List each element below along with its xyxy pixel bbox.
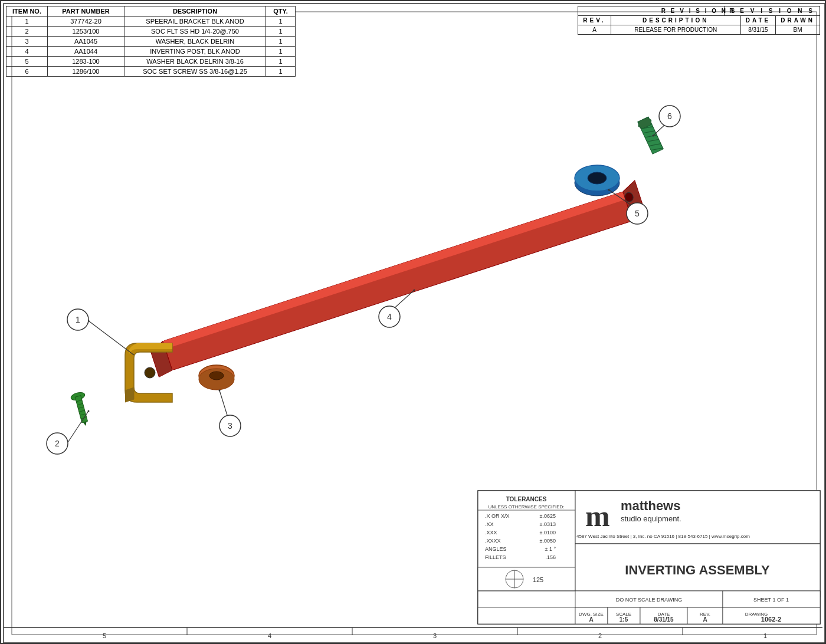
svg-text:matthews: matthews: [621, 498, 680, 513]
svg-point-17: [199, 365, 234, 386]
svg-rect-103: [575, 607, 608, 624]
svg-text:1:5: 1:5: [620, 616, 628, 623]
svg-rect-1: [12, 12, 817, 635]
part3-washer: [199, 365, 234, 390]
svg-rect-25: [638, 117, 663, 154]
svg-point-20: [209, 372, 224, 380]
bom-cell-item: 1: [6, 17, 48, 27]
svg-text:A: A: [589, 616, 593, 623]
svg-text:1: 1: [763, 632, 767, 639]
svg-line-14: [80, 414, 86, 416]
bom-cell-desc: INVERTING POST, BLK ANOD: [124, 47, 266, 57]
bom-cell-qty: 1: [266, 17, 296, 27]
bom-cell-part: 1253/100: [48, 27, 124, 37]
svg-text:.XX: .XX: [485, 521, 494, 527]
svg-text:ANGLES: ANGLES: [485, 546, 507, 552]
bom-cell-item: 4: [6, 47, 48, 57]
svg-rect-19: [199, 376, 234, 379]
rev-title: R E V I S I O N S: [578, 6, 820, 16]
svg-marker-4: [149, 341, 173, 377]
svg-text:A: A: [703, 616, 707, 623]
bom-col-item: ITEM NO.: [6, 6, 48, 17]
svg-text:8/31/15: 8/31/15: [654, 616, 674, 623]
svg-text:.XXX: .XXX: [485, 530, 497, 535]
svg-marker-16: [83, 422, 88, 426]
svg-line-13: [79, 410, 85, 412]
bom-cell-qty: 1: [266, 67, 296, 77]
svg-rect-69: [478, 491, 575, 624]
svg-line-30: [647, 137, 658, 144]
bom-cell-part: AA1044: [48, 47, 124, 57]
svg-rect-22: [575, 178, 620, 183]
svg-text:m: m: [585, 500, 610, 533]
svg-text:REV.: REV.: [700, 612, 710, 617]
svg-line-34: [88, 321, 134, 355]
svg-marker-5: [621, 180, 647, 221]
svg-point-6: [624, 191, 634, 203]
bom-col-qty: QTY.: [266, 6, 296, 17]
bom-cell-desc: WASHER, BLACK DELRIN: [124, 37, 266, 47]
bom-cell-desc: WASHER BLACK DELRIN 3/8-16: [124, 57, 266, 67]
svg-text:5: 5: [103, 632, 106, 639]
svg-point-52: [379, 306, 400, 327]
svg-point-56: [659, 106, 680, 127]
svg-text:2: 2: [55, 439, 60, 448]
bom-cell-desc: SOC FLT SS HD 1/4-20@.750: [124, 27, 266, 37]
rev-row: ARELEASE FOR PRODUCTION8/31/15BM: [578, 25, 820, 35]
svg-text:.156: .156: [545, 554, 556, 560]
svg-point-21: [575, 170, 620, 196]
svg-point-35: [88, 320, 90, 322]
rev-table-html: R E V I S I O N S REV. DESCRIPTION DATE …: [578, 6, 820, 35]
bom-col-part: PART NUMBER: [48, 6, 124, 17]
bom-cell-desc: SOC SET SCREW SS 3/8-16@1.25: [124, 67, 266, 77]
svg-point-86: [506, 570, 523, 588]
rev-cell-date: 8/31/15: [740, 25, 775, 35]
bom-cell-part: 1283-100: [48, 57, 124, 67]
svg-point-48: [47, 433, 68, 454]
svg-rect-0: [4, 4, 825, 643]
bom-row: 1377742-20SPEERAIL BRACKET BLK ANOD1: [6, 17, 296, 27]
svg-point-43: [608, 189, 610, 191]
svg-rect-100: [723, 591, 820, 607]
rev-cell-drawn: BM: [776, 25, 820, 35]
svg-rect-2: [163, 192, 632, 370]
svg-text:4: 4: [387, 312, 392, 321]
bom-cell-item: 5: [6, 57, 48, 67]
rev-col-desc: DESCRIPTION: [611, 16, 740, 25]
bom-cell-qty: 1: [266, 47, 296, 57]
svg-line-36: [68, 411, 88, 442]
bom-cell-item: 6: [6, 67, 48, 77]
svg-point-7: [145, 367, 155, 378]
svg-rect-90: [575, 491, 820, 544]
svg-text:studio equipment.: studio equipment.: [621, 514, 681, 523]
rev-cell-rev: A: [578, 25, 611, 35]
bom-col-desc: DESCRIPTION: [124, 6, 266, 17]
svg-text:SHEET 1  OF  1: SHEET 1 OF 1: [753, 597, 789, 603]
svg-point-23: [575, 165, 620, 191]
bom-table-html: ITEM NO. PART NUMBER DESCRIPTION QTY. 13…: [6, 6, 296, 77]
svg-text:±.0050: ±.0050: [540, 538, 556, 544]
svg-line-44: [653, 120, 670, 136]
svg-text:SCALE: SCALE: [616, 612, 631, 617]
bom-row: 61286/100SOC SET SCREW SS 3/8-16@1.251: [6, 67, 296, 77]
technical-drawing-svg: 1 2 3 4 5 6 5 4 3 2 1 TOLERA: [1, 1, 826, 644]
svg-line-28: [643, 128, 655, 136]
svg-point-37: [88, 410, 90, 412]
svg-point-45: [653, 135, 654, 137]
svg-text:DWG. SIZE: DWG. SIZE: [579, 612, 604, 617]
svg-text:4: 4: [268, 632, 271, 639]
svg-rect-102: [478, 607, 575, 624]
svg-line-27: [641, 124, 653, 132]
svg-text:.XXXX: .XXXX: [485, 538, 501, 544]
svg-rect-3: [163, 192, 625, 349]
svg-line-15: [81, 417, 87, 419]
svg-point-8: [70, 391, 86, 402]
svg-text:.X OR X/X: .X OR X/X: [485, 513, 510, 519]
svg-rect-97: [478, 591, 820, 624]
bom-cell-item: 3: [6, 37, 48, 47]
bom-cell-qty: 1: [266, 37, 296, 47]
svg-text:UNLESS OTHERWISE SPECIFIED:: UNLESS OTHERWISE SPECIFIED:: [488, 504, 564, 510]
svg-line-29: [645, 133, 657, 140]
rev-col-date: DATE: [740, 16, 775, 25]
rev-cell-description: RELEASE FOR PRODUCTION: [611, 25, 740, 35]
